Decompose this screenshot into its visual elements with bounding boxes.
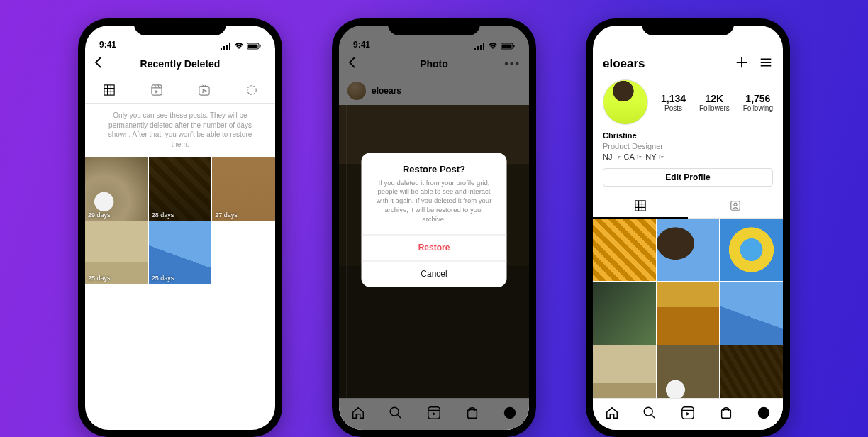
nav-shop[interactable] bbox=[719, 406, 733, 423]
post-thumb[interactable] bbox=[720, 218, 783, 282]
svg-point-42 bbox=[734, 203, 737, 206]
profile-header: eloears bbox=[593, 51, 783, 77]
info-text: Only you can see these posts. They will … bbox=[85, 104, 275, 157]
wifi-icon bbox=[234, 43, 244, 50]
phone-notch bbox=[388, 18, 480, 35]
svg-line-15 bbox=[157, 85, 159, 88]
stat-posts[interactable]: 1,134 Posts bbox=[661, 93, 686, 112]
filter-tabs bbox=[85, 77, 275, 104]
bio-line: NJ ☞ CA ☞ NY ☞ bbox=[603, 152, 773, 162]
create-button[interactable] bbox=[735, 55, 749, 72]
restore-button[interactable]: Restore bbox=[362, 234, 507, 260]
svg-rect-7 bbox=[104, 85, 113, 95]
tab-grid[interactable] bbox=[85, 84, 133, 96]
igtv-icon bbox=[199, 84, 210, 96]
profile-stats-row: 1,134 Posts 12K Followers 1,756 Followin… bbox=[593, 77, 783, 131]
profile-grid bbox=[593, 218, 783, 398]
restore-modal: Restore Post? If you deleted it from you… bbox=[362, 153, 507, 287]
nav-search[interactable] bbox=[642, 406, 657, 423]
phone-recently-deleted: 9:41 Recently Deleted bbox=[78, 18, 282, 437]
post-thumb[interactable] bbox=[593, 345, 656, 398]
svg-rect-5 bbox=[248, 45, 258, 48]
post-thumb[interactable] bbox=[720, 282, 783, 345]
modal-body: If you deleted it from your profile grid… bbox=[362, 179, 507, 234]
cancel-button[interactable]: Cancel bbox=[362, 260, 507, 287]
days-label: 27 days bbox=[215, 211, 238, 218]
svg-point-17 bbox=[247, 86, 255, 94]
profile-avatar[interactable] bbox=[603, 79, 648, 125]
header: Recently Deleted bbox=[85, 51, 275, 77]
svg-rect-36 bbox=[635, 200, 645, 210]
phone-restore-dialog: 9:41 Photo ••• eloears bbox=[332, 18, 536, 437]
deleted-thumb[interactable]: 25 days bbox=[149, 221, 212, 284]
signal-icon bbox=[221, 43, 231, 50]
grid-icon bbox=[104, 84, 115, 96]
post-thumb[interactable] bbox=[720, 345, 783, 398]
phone-profile: 9:41 . eloears 1,134 Posts 12K Followers bbox=[586, 18, 790, 437]
deleted-thumb[interactable]: 29 days bbox=[85, 157, 148, 221]
tagged-icon bbox=[730, 200, 741, 211]
days-label: 25 days bbox=[88, 275, 111, 282]
tab-posts[interactable] bbox=[593, 194, 688, 218]
svg-rect-12 bbox=[151, 85, 161, 95]
svg-point-43 bbox=[645, 407, 653, 416]
post-thumb[interactable] bbox=[657, 218, 720, 282]
nav-bar bbox=[593, 398, 783, 430]
tab-igtv[interactable] bbox=[180, 84, 228, 96]
back-button[interactable] bbox=[92, 56, 105, 72]
story-icon bbox=[246, 84, 257, 96]
stat-following[interactable]: 1,756 Following bbox=[743, 93, 773, 112]
stat-followers[interactable]: 12K Followers bbox=[699, 93, 730, 112]
phone-notch bbox=[642, 18, 734, 35]
reels-icon bbox=[151, 84, 162, 96]
bio-title: Product Designer bbox=[603, 141, 773, 152]
svg-point-48 bbox=[758, 407, 769, 419]
svg-rect-2 bbox=[226, 45, 228, 50]
post-thumb[interactable] bbox=[593, 218, 656, 282]
svg-rect-16 bbox=[199, 87, 208, 95]
post-thumb[interactable] bbox=[657, 345, 720, 398]
bio-name: Christine bbox=[603, 131, 773, 141]
tab-reels[interactable] bbox=[133, 84, 180, 96]
svg-line-14 bbox=[155, 85, 156, 88]
nav-home[interactable] bbox=[605, 406, 619, 423]
grid-icon bbox=[635, 200, 646, 211]
nav-reels[interactable] bbox=[681, 406, 695, 423]
edit-profile-button[interactable]: Edit Profile bbox=[603, 168, 773, 187]
days-label: 29 days bbox=[88, 211, 111, 218]
days-label: 25 days bbox=[152, 275, 174, 282]
deleted-thumb[interactable]: 25 days bbox=[85, 221, 148, 284]
deleted-grid: 29 days 28 days 27 days 25 days 25 days bbox=[85, 157, 275, 284]
tab-story[interactable] bbox=[228, 84, 275, 96]
profile-bio: Christine Product Designer NJ ☞ CA ☞ NY … bbox=[593, 131, 783, 168]
header-title: Recently Deleted bbox=[140, 58, 221, 70]
svg-rect-6 bbox=[260, 45, 261, 48]
profile-tabs bbox=[593, 194, 783, 218]
post-thumb[interactable] bbox=[657, 282, 720, 345]
svg-rect-1 bbox=[223, 46, 225, 50]
svg-rect-3 bbox=[229, 43, 230, 50]
status-time: 9:41 bbox=[99, 40, 116, 50]
svg-rect-0 bbox=[221, 48, 222, 50]
tab-tagged[interactable] bbox=[688, 194, 783, 218]
modal-title: Restore Post? bbox=[362, 153, 507, 179]
days-label: 28 days bbox=[152, 211, 174, 218]
battery-icon bbox=[247, 43, 261, 50]
profile-username[interactable]: eloears bbox=[603, 57, 728, 71]
deleted-thumb[interactable]: 28 days bbox=[149, 157, 212, 221]
post-thumb[interactable] bbox=[593, 282, 656, 345]
menu-button[interactable] bbox=[759, 55, 773, 72]
phone-notch bbox=[134, 18, 226, 35]
svg-rect-47 bbox=[721, 409, 730, 418]
svg-line-44 bbox=[652, 415, 655, 419]
deleted-thumb[interactable]: 27 days bbox=[212, 157, 275, 221]
nav-profile[interactable] bbox=[757, 406, 771, 423]
